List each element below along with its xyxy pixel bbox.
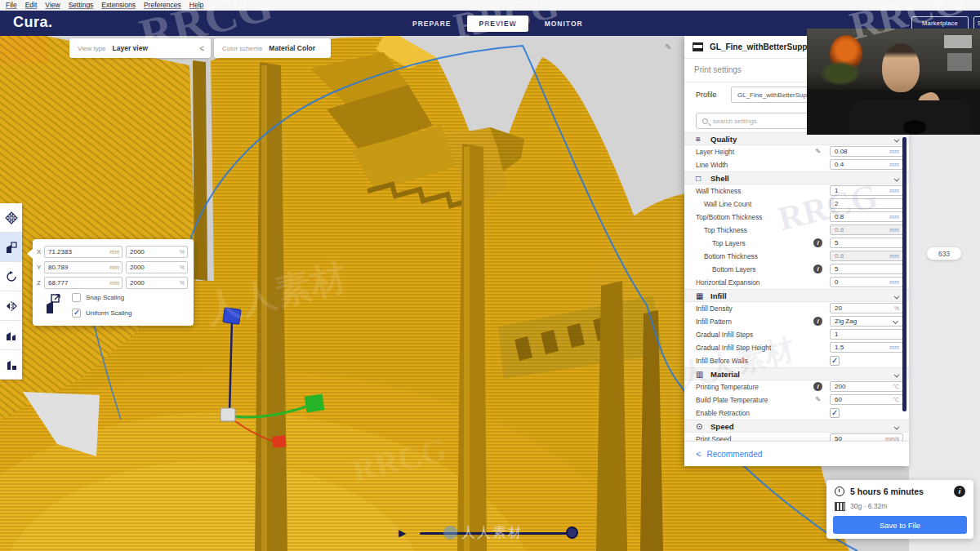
unit-label: % xyxy=(180,264,185,270)
infill-icon: ▦ xyxy=(696,291,707,300)
tool-rotate[interactable] xyxy=(0,262,22,291)
setting-row: Build Plate Temperature60°C xyxy=(684,393,909,407)
view-type-value[interactable]: Layer view xyxy=(113,44,148,52)
info-icon[interactable]: i xyxy=(813,264,822,273)
section-header-speed[interactable]: ⊙Speed xyxy=(684,420,909,433)
setting-row: Bottom Thickness0.8mm xyxy=(684,250,909,263)
section-header-shell[interactable]: □Shell xyxy=(684,171,909,184)
chevron-down-icon[interactable] xyxy=(894,294,900,300)
menu-file[interactable]: File xyxy=(2,1,21,9)
setting-input[interactable]: 0.4mm xyxy=(830,159,903,170)
scale-value: 2000 xyxy=(130,248,145,256)
setting-input[interactable]: 0.08mm xyxy=(830,146,903,157)
gizmo-x-handle[interactable] xyxy=(305,394,325,413)
settings-scrollbar[interactable] xyxy=(902,137,906,411)
chevron-down-icon[interactable] xyxy=(894,176,900,182)
setting-dropdown[interactable]: Zig Zag xyxy=(830,316,903,327)
menu-view[interactable]: View xyxy=(41,1,64,9)
info-icon[interactable]: i xyxy=(813,382,822,391)
setting-unit: °C xyxy=(893,397,899,402)
chevron-down-icon[interactable] xyxy=(894,424,900,430)
setting-row: Top Thickness0.8mm xyxy=(684,224,909,237)
position-value: 68.777 xyxy=(48,279,68,287)
tool-move[interactable] xyxy=(0,203,22,233)
position-value: 80.789 xyxy=(48,264,68,271)
pencil-icon[interactable] xyxy=(815,147,821,155)
setting-input[interactable]: 60°C xyxy=(830,394,903,405)
layer-number-indicator[interactable]: 633 xyxy=(926,247,962,260)
setting-input[interactable]: 1mm xyxy=(830,185,903,196)
menu-settings[interactable]: Settings xyxy=(65,1,98,9)
setting-input[interactable]: 1.5mm xyxy=(830,342,903,353)
scale-input-y[interactable]: 2000% xyxy=(126,261,188,273)
color-scheme-value[interactable]: Material Color xyxy=(269,44,315,52)
setting-row: Top/Bottom Thickness0.8mm xyxy=(684,211,909,224)
recommended-link[interactable]: Recommended xyxy=(706,450,762,459)
slider-track[interactable] xyxy=(420,532,575,535)
scale-input-x[interactable]: 2000% xyxy=(126,246,188,258)
view-type-selector[interactable]: View type Layer view xyxy=(69,38,211,58)
setting-value: 0.8 xyxy=(835,213,844,220)
setting-input[interactable]: 50mm/s xyxy=(830,433,903,441)
color-scheme-selector[interactable]: Color scheme Material Color xyxy=(214,38,331,58)
setting-input[interactable]: 0mm xyxy=(830,277,903,287)
snap-scaling-checkbox[interactable] xyxy=(72,293,81,302)
setting-input[interactable]: 5 xyxy=(830,238,903,248)
setting-label: Layer Height xyxy=(696,148,734,156)
position-input-x[interactable]: 71.2383mm xyxy=(44,246,122,258)
section-header-material[interactable]: ▥Material xyxy=(684,367,909,380)
setting-checkbox[interactable] xyxy=(830,408,840,418)
gizmo-y-handle[interactable] xyxy=(272,435,286,448)
webcam-plant xyxy=(820,61,861,86)
tool-per-model-settings[interactable] xyxy=(0,321,22,350)
edit-pencil-icon[interactable] xyxy=(665,42,671,51)
position-input-z[interactable]: 68.777mm xyxy=(44,277,122,289)
setting-value: 0.8 xyxy=(835,226,844,233)
material-spool-icon xyxy=(835,502,845,511)
setting-input[interactable]: 1 xyxy=(830,329,903,340)
info-icon[interactable]: i xyxy=(813,238,822,247)
setting-checkbox[interactable] xyxy=(830,356,840,366)
tab-preview[interactable]: PREVIEW xyxy=(467,16,528,32)
chevron-down-icon[interactable] xyxy=(894,372,900,378)
setting-input[interactable]: 20% xyxy=(830,303,903,313)
webcam-microphone xyxy=(903,120,926,135)
setting-row: Infill PatterniZig Zag xyxy=(684,315,909,328)
chevron-down-icon[interactable] xyxy=(894,137,900,143)
setting-input: 0.8mm xyxy=(830,224,903,235)
section-header-infill[interactable]: ▦Infill xyxy=(684,289,909,302)
setting-input[interactable]: 200°C xyxy=(830,381,903,392)
tab-monitor[interactable]: MONITOR xyxy=(545,20,583,28)
setting-input[interactable]: 0.8mm xyxy=(830,211,903,222)
menu-help[interactable]: Help xyxy=(185,1,207,9)
setting-input[interactable]: 5 xyxy=(830,264,903,274)
menu-edit[interactable]: Edit xyxy=(21,1,42,9)
scale-input-z[interactable]: 2000% xyxy=(126,277,188,289)
setting-row: Infill Density20% xyxy=(684,302,909,315)
menu-preferences[interactable]: Preferences xyxy=(140,1,185,9)
setting-input[interactable]: 2 xyxy=(830,198,903,209)
collapse-icon[interactable] xyxy=(199,44,204,53)
position-input-y[interactable]: 80.789mm xyxy=(44,261,122,273)
gizmo-z-handle[interactable] xyxy=(223,308,241,325)
info-icon[interactable]: i xyxy=(813,317,822,326)
setting-input: 0.8mm xyxy=(830,251,903,261)
tool-support-blocker[interactable] xyxy=(0,350,22,380)
tab-prepare[interactable]: PREPARE xyxy=(412,20,451,28)
gizmo-center-handle[interactable] xyxy=(220,408,235,421)
uniform-scaling-checkbox[interactable] xyxy=(72,309,81,318)
tool-scale[interactable] xyxy=(0,233,22,262)
scale-value: 2000 xyxy=(130,279,145,287)
setting-label: Build Plate Temperature xyxy=(696,396,768,404)
setting-row: Gradual Infill Steps1 xyxy=(684,328,909,341)
setting-row: Bottom Layersi5 xyxy=(684,263,909,276)
tool-mirror[interactable] xyxy=(0,291,22,321)
play-button[interactable] xyxy=(399,527,406,539)
info-icon[interactable]: i xyxy=(954,486,965,497)
slider-handle[interactable] xyxy=(566,527,578,539)
save-to-file-button[interactable]: Save to File xyxy=(833,516,967,534)
transform-rows: X71.2383mm2000%Y80.789mm2000%Z68.777mm20… xyxy=(33,244,194,291)
menu-extensions[interactable]: Extensions xyxy=(97,1,140,9)
pencil-icon[interactable] xyxy=(815,395,821,403)
setting-value: 20 xyxy=(835,304,842,312)
